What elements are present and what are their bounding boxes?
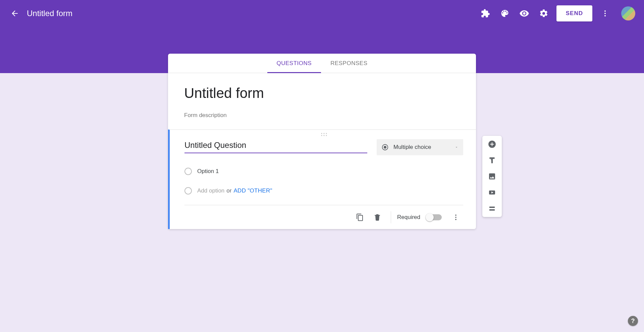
svg-point-1 [604, 13, 606, 14]
question-title-wrap [184, 139, 367, 153]
avatar[interactable] [621, 6, 635, 20]
header-left: Untitled form [9, 7, 72, 19]
tabs: QUESTIONS RESPONSES [168, 54, 476, 73]
add-option-button[interactable]: Add option [197, 187, 224, 194]
question-title-input[interactable] [184, 139, 367, 153]
svg-point-11 [455, 214, 457, 216]
drag-handle-icon[interactable] [184, 130, 463, 139]
option-label[interactable]: Option 1 [197, 168, 219, 175]
svg-point-13 [455, 219, 457, 220]
svg-point-3 [321, 133, 322, 134]
more-icon[interactable] [598, 7, 612, 20]
addons-icon[interactable] [479, 7, 492, 20]
add-video-button[interactable] [486, 187, 498, 198]
add-option-row: Add option or ADD "OTHER" [184, 184, 463, 198]
or-text: or [226, 187, 231, 194]
form-description-input[interactable] [184, 112, 460, 119]
header-right: SEND [479, 5, 635, 21]
svg-point-2 [604, 15, 606, 16]
preview-icon[interactable] [518, 7, 531, 20]
svg-rect-16 [489, 207, 495, 208]
add-image-button[interactable] [486, 171, 498, 181]
question-row: Multiple choice [184, 139, 463, 155]
back-icon[interactable] [9, 7, 21, 19]
svg-point-7 [323, 135, 324, 136]
svg-point-6 [321, 135, 322, 136]
add-question-button[interactable] [486, 139, 498, 149]
settings-icon[interactable] [537, 7, 550, 20]
tab-responses[interactable]: RESPONSES [321, 54, 377, 73]
question-more-icon[interactable] [448, 210, 463, 225]
duplicate-button[interactable] [353, 210, 367, 225]
palette-icon[interactable] [498, 7, 512, 20]
form-name[interactable]: Untitled form [27, 9, 72, 18]
tab-questions[interactable]: QUESTIONS [267, 54, 321, 73]
divider [391, 211, 391, 223]
send-button[interactable]: SEND [556, 5, 592, 21]
radio-empty-icon [184, 168, 192, 175]
svg-point-8 [326, 135, 327, 136]
question-card: Multiple choice Option 1 Add option or A… [168, 129, 476, 229]
header: Untitled form SEND [0, 0, 644, 27]
floating-toolbar [482, 136, 502, 217]
question-footer: Required [184, 205, 463, 229]
add-other-button[interactable]: ADD "OTHER" [233, 187, 272, 194]
add-title-button[interactable] [486, 155, 498, 165]
chevron-down-icon [454, 145, 459, 149]
question-type-label: Multiple choice [393, 144, 454, 151]
svg-point-0 [604, 10, 606, 12]
option-row[interactable]: Option 1 [184, 165, 463, 178]
help-button[interactable]: ? [628, 316, 638, 326]
required-label: Required [397, 214, 420, 221]
required-toggle[interactable] [426, 214, 442, 220]
question-type-select[interactable]: Multiple choice [377, 139, 463, 155]
radio-icon [381, 144, 389, 151]
form-card: QUESTIONS RESPONSES Multiple choice [168, 54, 476, 229]
svg-point-4 [323, 133, 324, 134]
delete-button[interactable] [370, 210, 385, 225]
form-title-input[interactable] [184, 85, 460, 101]
svg-point-12 [455, 217, 457, 218]
radio-empty-icon [184, 187, 192, 195]
form-header-section [168, 73, 476, 129]
svg-point-5 [326, 133, 327, 134]
svg-point-10 [384, 146, 386, 149]
options-list: Option 1 Add option or ADD "OTHER" [184, 165, 463, 198]
add-section-button[interactable] [486, 204, 498, 214]
svg-rect-17 [489, 209, 495, 211]
